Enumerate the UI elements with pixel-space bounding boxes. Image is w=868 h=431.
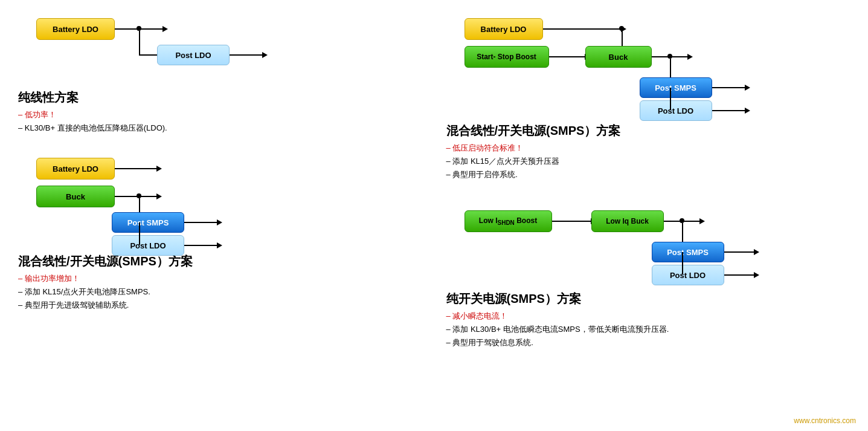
post-smps-block-r1: Post SMPS [640,77,712,98]
dot-junction-1 [137,26,141,31]
low-iq-buck-block: Low Iq Buck [591,210,664,232]
vline-battery-r1 [622,31,623,46]
diagram-left-2: Battery LDO Buck Post SMPS [18,152,422,248]
diagram-left-1: Battery LDO Post LDO [18,12,422,85]
watermark: www.cntronics.com [794,416,856,425]
diagram-right-2: Low ISHDN Boost Low Iq Buck Post SMPS [446,198,850,286]
dot-buck-r1 [667,54,672,59]
bullet-r1-2: – 添加 KL15／点火开关预升压器 [446,155,850,168]
vline-posts-2 [139,222,140,245]
arrow-boost-to-iqbuck [552,221,591,222]
section-title-right-1: 混合线性/开关电源(SMPS）方案 [446,123,850,139]
diagram-right-1: Battery LDO Start- Stop Boost Buck [446,12,850,118]
section-right-2: Low ISHDN Boost Low Iq Buck Post SMPS [446,198,850,349]
right-column: Battery LDO Start- Stop Boost Buck [434,12,850,419]
battery-ldo-block-1: Battery LDO [36,18,115,40]
arrow-postsmps-r2 [724,251,754,253]
low-ishdn-text: Low ISHDN Boost [479,216,537,226]
section-body-right-1: – 低压启动符合标准！ – 添加 KL15／点火开关预升压器 – 典型用于启停系… [446,141,850,181]
bullet-2-3: – 典型用于先进级驾驶辅助系统. [18,299,422,312]
bullet-1-2: – KL30/B+ 直接的电池低压降稳压器(LDO). [18,122,422,135]
arrow-postsmps-2 [184,222,217,223]
vline-1 [139,31,140,55]
arrow-right-postldo-1 [230,54,263,56]
vline-posts-r2 [682,252,683,274]
battery-ldo-block-r1: Battery LDO [465,18,543,40]
start-stop-boost-block: Start- Stop Boost [465,46,549,68]
vline-posts-r1 [670,88,671,110]
bullet-r2-2: – 添加 KL30/B+ 电池低瞬态电流SMPS，带低关断电流预升压器. [446,323,850,336]
section-right-1: Battery LDO Start- Stop Boost Buck [446,12,850,181]
section-left-2: Battery LDO Buck Post SMPS [18,152,422,312]
arrow-postldo-r2 [724,274,754,276]
section-left-1: Battery LDO Post LDO 纯线性方案 – 低功率！ [18,12,422,135]
section-title-right-2: 纯开关电源(SMPS）方案 [446,291,850,307]
post-ldo-block-r2: Post LDO [652,265,724,285]
arrow-boost-to-buck [549,56,585,57]
left-column: Battery LDO Post LDO 纯线性方案 – 低功率！ [18,12,434,419]
post-ldo-block-2: Post LDO [112,235,184,256]
section-title-left-1: 纯线性方案 [18,89,422,106]
post-ldo-block-r1: Post LDO [640,100,712,121]
bullet-r1-3: – 典型用于启停系统. [446,168,850,181]
arrow-postsmps-r1 [712,87,745,88]
bullet-r1-1: – 低压启动符合标准！ [446,141,850,155]
bullet-2-2: – 添加 KL15/点火开关电池降压SMPS. [18,285,422,299]
arrow-battery-ldo-r1 [543,28,622,30]
arrow-postldo-2 [184,245,217,246]
bullet-1-1: – 低功率！ [18,108,422,122]
post-ldo-block-1: Post LDO [157,45,230,65]
post-smps-block-2: Post SMPS [112,212,184,233]
section-body-left-1: – 低功率！ – KL30/B+ 直接的电池低压降稳压器(LDO). [18,108,422,135]
bullet-2-1: – 输出功率增加！ [18,272,422,285]
bullet-r2-1: – 减小瞬态电流！ [446,309,850,323]
dot-buck-2 [137,193,141,198]
buck-block-2: Buck [36,186,115,207]
dot-battery-r1 [619,26,624,31]
battery-ldo-block-2: Battery LDO [36,158,115,180]
buck-block-r1: Buck [585,46,652,68]
arrow-battery-ldo-2 [115,168,157,169]
arrow-postldo-r1 [712,110,745,111]
section-body-left-2: – 输出功率增加！ – 添加 KL15/点火开关电池降压SMPS. – 典型用于… [18,272,422,312]
dot-iqbuck [680,218,684,223]
section-title-left-2: 混合线性/开关电源(SMPS）方案 [18,253,422,270]
post-smps-block-r2: Post SMPS [652,242,724,262]
bullet-r2-3: – 典型用于驾驶信息系统. [446,336,850,349]
section-body-right-2: – 减小瞬态电流！ – 添加 KL30/B+ 电池低瞬态电流SMPS，带低关断电… [446,309,850,349]
arrow-buck-2 [115,196,157,197]
low-ishdn-boost-block: Low ISHDN Boost [465,210,552,232]
hline-to-postldo-1 [139,54,157,56]
